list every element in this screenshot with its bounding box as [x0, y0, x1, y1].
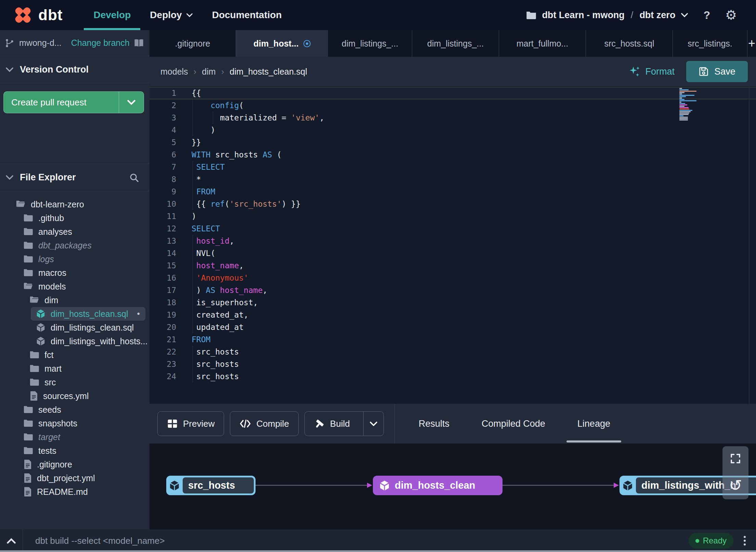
tree-item--github[interactable]: .github — [0, 211, 149, 225]
tree-item-tests[interactable]: tests — [0, 444, 149, 458]
tree-item-logs[interactable]: logs — [0, 252, 149, 266]
nav-item-deploy[interactable]: Deploy — [140, 0, 202, 30]
code-token: ref — [210, 200, 225, 208]
code-line-3: 3 materialized = 'view', — [149, 112, 756, 124]
tree-item-dim-hosts-clean-sql[interactable]: dim_hosts_clean.sql• — [31, 307, 145, 321]
save-button[interactable]: Save — [686, 61, 748, 82]
ready-label: Ready — [703, 536, 727, 545]
search-icon[interactable] — [129, 172, 139, 183]
tree-item-target[interactable]: target — [0, 430, 149, 444]
tree-item-dim[interactable]: dim — [0, 293, 149, 307]
format-button[interactable]: Format — [629, 66, 675, 77]
panel-tab-lineage[interactable]: Lineage — [573, 404, 615, 444]
tree-item-seeds[interactable]: seeds — [0, 403, 149, 416]
tree-item-dbt-packages[interactable]: dbt_packages — [0, 239, 149, 252]
tree-item-analyses[interactable]: analyses — [0, 225, 149, 239]
code-token: ) — [192, 126, 215, 134]
book-icon[interactable] — [133, 38, 145, 48]
minimap-line — [679, 96, 686, 97]
indent-guide — [193, 259, 193, 272]
chevron-down-icon — [186, 13, 193, 17]
refresh-icon[interactable]: ↺ — [729, 477, 742, 493]
create-pull-request-dropdown[interactable] — [119, 91, 144, 113]
indent-guide — [193, 296, 193, 309]
build-main[interactable]: Build — [305, 412, 358, 436]
tree-item-dbt-project-yml[interactable]: dbt_project.yml — [0, 471, 149, 485]
new-tab-button[interactable]: + — [747, 30, 756, 57]
tree-item-macros[interactable]: macros — [0, 266, 149, 280]
settings-gear-icon[interactable]: ⚙ — [725, 9, 737, 22]
tab-src-listings-[interactable]: src_listings. — [673, 30, 747, 57]
chevron-down-icon — [5, 175, 14, 180]
code-token: AS — [206, 286, 216, 295]
minimap-line — [679, 103, 685, 104]
editor-scrollbar[interactable] — [749, 86, 750, 404]
tab-src-hosts-sql[interactable]: src_hosts.sql — [586, 30, 673, 57]
folder-icon — [23, 446, 34, 455]
line-number: 20 — [149, 321, 176, 333]
tab-dim-host-[interactable]: dim_host... — [236, 30, 328, 57]
code-token — [192, 101, 210, 110]
code-line-7: 7 SELECT — [149, 161, 756, 173]
fullscreen-icon[interactable] — [729, 452, 742, 465]
tree-item-src[interactable]: src — [0, 375, 149, 389]
tree-item-models[interactable]: models — [0, 280, 149, 293]
tree-item-fct[interactable]: fct — [0, 348, 149, 362]
chevron-right-icon: › — [194, 66, 197, 77]
help-button[interactable]: ? — [701, 9, 712, 22]
indent-guide — [193, 346, 193, 358]
bottom-scrollbar[interactable] — [0, 550, 756, 552]
tree-item--gitignore[interactable]: .gitignore — [0, 458, 149, 471]
tab-dim-listings-[interactable]: dim_listings_... — [412, 30, 499, 57]
status-badge[interactable]: Ready — [689, 533, 733, 549]
code-icon — [239, 419, 251, 429]
tab-label: dim_listings_... — [342, 39, 398, 49]
line-number: 14 — [149, 247, 176, 259]
project-selector[interactable]: dbt Learn - mwong / dbt zero — [526, 10, 688, 21]
nav-item-documentation[interactable]: Documentation — [203, 0, 291, 30]
command-input[interactable]: dbt build --select <model_name> — [35, 536, 165, 546]
create-pull-request-button[interactable]: Create pull request — [3, 91, 119, 113]
tree-item-snapshots[interactable]: snapshots — [0, 416, 149, 430]
tree-item-mart[interactable]: mart — [0, 362, 149, 375]
nav-item-develop[interactable]: Develop — [84, 0, 140, 30]
dbt-logo[interactable]: dbt — [13, 5, 63, 25]
code-token: 'Anonymous' — [196, 273, 248, 282]
preview-button[interactable]: Preview — [157, 411, 224, 436]
tab-dim-listings-[interactable]: dim_listings_... — [328, 30, 412, 57]
minimap-line — [679, 91, 696, 92]
folder-open-icon — [29, 296, 40, 305]
version-control-header[interactable]: Version Control — [0, 56, 149, 83]
minimap-line — [679, 113, 689, 114]
tree-item-dbt-learn-zero[interactable]: dbt-learn-zero — [0, 197, 149, 211]
minimap-line — [679, 117, 688, 118]
build-button[interactable]: Build — [304, 411, 384, 436]
tree-item-dim-listings-clean-sql[interactable]: dim_listings_clean.sql — [0, 321, 149, 334]
tree-item-sources-yml[interactable]: sources.yml — [0, 389, 149, 403]
tree-item-label: dim — [44, 295, 58, 305]
minimap[interactable] — [679, 88, 698, 121]
save-label: Save — [714, 66, 735, 77]
tab-bar: .gitignoredim_host...dim_listings_...dim… — [149, 30, 756, 57]
tab-mart-fullmo-[interactable]: mart_fullmo... — [499, 30, 586, 57]
code-line-content: * — [176, 173, 756, 185]
minimap-line — [679, 92, 685, 93]
tree-item-dim-listings-with-hosts-[interactable]: dim_listings_with_hosts... — [0, 334, 149, 348]
chevron-up-icon[interactable] — [0, 529, 23, 552]
tab--gitignore[interactable]: .gitignore — [149, 30, 236, 57]
kebab-menu-icon[interactable] — [742, 535, 747, 547]
tree-item-readme-md[interactable]: README.md — [0, 485, 149, 499]
file-explorer-header[interactable]: File Explorer — [0, 164, 149, 191]
code-editor[interactable]: 1{{2 config(3 materialized = 'view',4 )5… — [149, 86, 756, 404]
line-number: 22 — [149, 346, 176, 358]
lineage-node-dim-hosts-clean[interactable]: dim_hosts_clean — [373, 476, 503, 495]
tree-item-label: tests — [38, 446, 56, 456]
code-token: SELECT — [196, 163, 225, 171]
compile-button[interactable]: Compile — [230, 411, 298, 436]
lineage-node-src-hosts[interactable]: src_hosts — [166, 476, 256, 495]
model-cube-icon — [620, 480, 636, 491]
panel-tab-results[interactable]: Results — [414, 404, 454, 444]
build-dropdown[interactable] — [363, 412, 383, 436]
change-branch-link[interactable]: Change branch — [71, 38, 130, 48]
panel-tab-compiled-code[interactable]: Compiled Code — [477, 404, 550, 444]
